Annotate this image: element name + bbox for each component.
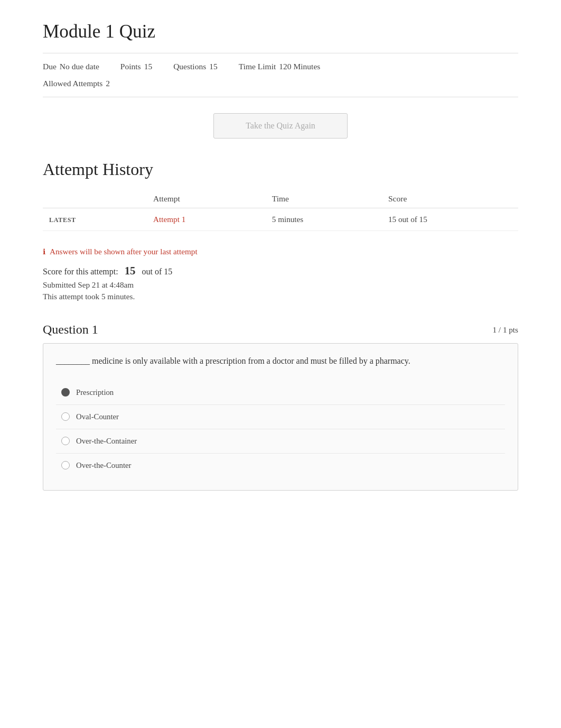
take-quiz-section: Take the Quiz Again <box>43 113 518 139</box>
radio-unselected-icon <box>61 412 70 421</box>
allowed-attempts-value: 2 <box>106 79 110 88</box>
radio-unselected-icon <box>61 461 70 469</box>
score-suffix: out of 15 <box>142 267 172 276</box>
duration-info: This attempt took 5 minutes. <box>43 292 518 301</box>
answer-option-1[interactable]: Oval-Counter <box>56 404 505 429</box>
radio-selected-icon <box>61 388 70 397</box>
answer-option-3[interactable]: Over-the-Counter <box>56 453 505 477</box>
allowed-attempts-label: Allowed Attempts <box>43 79 102 88</box>
answer-option-2[interactable]: Over-the-Container <box>56 429 505 453</box>
row-tag: LATEST <box>43 208 147 231</box>
radio-unselected-icon <box>61 437 70 445</box>
question-section: Question 1 1 / 1 pts ________ medicine i… <box>43 322 518 491</box>
question-box-1: ________ medicine is only available with… <box>43 343 518 491</box>
row-score: 15 out of 15 <box>382 208 518 231</box>
allowed-attempts-meta: Allowed Attempts 2 <box>43 79 110 88</box>
score-label: Score for this attempt: <box>43 267 118 276</box>
quiz-title: Module 1 Quiz <box>43 21 518 42</box>
col-score: Score <box>382 190 518 208</box>
question-text-1: ________ medicine is only available with… <box>56 354 505 368</box>
answer-option-0[interactable]: Prescription <box>56 381 505 404</box>
row-attempt[interactable]: Attempt 1 <box>147 208 266 231</box>
questions-value: 15 <box>209 62 218 71</box>
row-time: 5 minutes <box>266 208 382 231</box>
points-label: Points <box>120 62 141 71</box>
take-quiz-button[interactable]: Take the Quiz Again <box>213 113 348 139</box>
answers-notice: ℹ Answers will be shown after your last … <box>43 247 518 256</box>
attempt-history-title: Attempt History <box>43 160 518 179</box>
answer-options-1: Prescription Oval-Counter Over-the-Conta… <box>56 381 505 477</box>
attempt-history-table: Attempt Time Score LATEST Attempt 1 5 mi… <box>43 190 518 231</box>
info-icon: ℹ <box>43 247 45 256</box>
col-time: Time <box>266 190 382 208</box>
due-value: No due date <box>60 62 99 71</box>
due-meta: Due No due date <box>43 62 99 71</box>
answer-label-0: Prescription <box>76 388 114 397</box>
score-line: Score for this attempt: 15 out of 15 <box>43 264 518 277</box>
question-title-1: Question 1 <box>43 322 98 337</box>
time-limit-meta: Time Limit 120 Minutes <box>239 62 321 71</box>
points-value: 15 <box>144 62 153 71</box>
score-section: Score for this attempt: 15 out of 15 Sub… <box>43 264 518 301</box>
time-limit-value: 120 Minutes <box>279 62 320 71</box>
table-header-row: Attempt Time Score <box>43 190 518 208</box>
answer-label-3: Over-the-Counter <box>76 461 131 470</box>
col-tag <box>43 190 147 208</box>
notice-text: Answers will be shown after your last at… <box>50 247 198 256</box>
score-number: 15 <box>125 264 136 277</box>
attempt-link[interactable]: Attempt 1 <box>153 215 185 224</box>
table-row: LATEST Attempt 1 5 minutes 15 out of 15 <box>43 208 518 231</box>
question-header-1: Question 1 1 / 1 pts <box>43 322 518 337</box>
due-label: Due <box>43 62 57 71</box>
col-attempt: Attempt <box>147 190 266 208</box>
time-limit-label: Time Limit <box>239 62 276 71</box>
answer-label-1: Oval-Counter <box>76 412 119 421</box>
quiz-meta-bar: Due No due date Points 15 Questions 15 T… <box>43 53 518 97</box>
points-meta: Points 15 <box>120 62 152 71</box>
question-points-1: 1 / 1 pts <box>492 325 518 335</box>
questions-label: Questions <box>173 62 206 71</box>
questions-meta: Questions 15 <box>173 62 218 71</box>
latest-label: LATEST <box>49 216 76 224</box>
answer-label-2: Over-the-Container <box>76 437 137 446</box>
submitted-info: Submitted Sep 21 at 4:48am <box>43 280 518 290</box>
